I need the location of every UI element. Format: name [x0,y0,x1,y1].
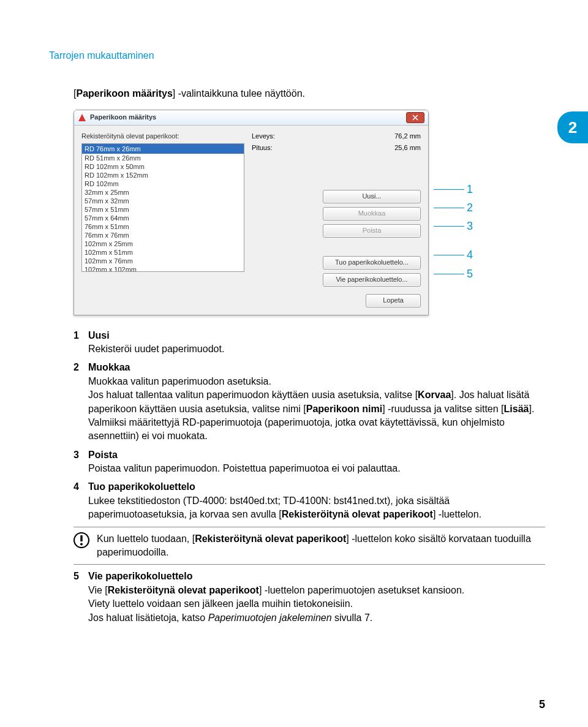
export-button[interactable]: Vie paperikokoluettelo... [323,273,421,287]
svg-rect-2 [80,535,82,541]
definition-2: 2Muokkaa Muokkaa valitun paperimuodon as… [74,361,545,443]
list-item[interactable]: 102mm x 51mm [82,248,244,257]
length-label: Pituus: [252,143,273,153]
dialog-titlebar: Paperikoon määritys [74,110,428,126]
list-item[interactable]: RD 102mm x 50mm [82,162,244,171]
callout-4: 4 [434,247,473,263]
warning-icon [74,532,89,548]
edit-button[interactable]: Muokkaa [323,207,421,220]
callout-2: 2 [434,200,473,216]
chapter-tab: 2 [557,111,588,143]
list-item[interactable]: 76mm x 51mm [82,222,244,231]
warning-note: Kun luettelo tuodaan, [Rekisteröitynä ol… [74,527,545,565]
list-item[interactable]: 76mm x 76mm [82,231,244,239]
list-item[interactable]: 102mm x 76mm [82,257,244,265]
list-item[interactable]: RD 102mm [82,179,244,188]
definition-3: 3Poista Poistaa valitun paperimuodon. Po… [74,448,545,476]
list-item[interactable]: RD 51mm x 26mm [82,154,244,162]
list-item[interactable]: 102mm x 25mm [82,239,244,248]
close-icon[interactable] [406,112,424,123]
width-value: 76,2 mm [394,132,421,141]
definition-4: 4Tuo paperikokoluettelo Lukee tekstitied… [74,480,545,521]
new-button[interactable]: Uusi... [323,190,421,203]
close-button[interactable]: Lopeta [366,294,421,307]
list-item[interactable]: 32mm x 25mm [82,188,244,197]
intro-text: [Paperikoon määritys] -valintaikkuna tul… [74,87,545,100]
delete-button[interactable]: Poista [323,224,421,238]
width-label: Leveys: [252,132,275,141]
list-label: Rekisteröitynä olevat paperikoot: [81,132,244,141]
callout-1: 1 [434,182,473,197]
svg-point-3 [80,543,83,545]
definition-1: 1Uusi Rekisteröi uudet paperimuodot. [74,329,545,356]
list-item[interactable]: 57mm x 32mm [82,197,244,205]
callout-3: 3 [434,219,473,234]
app-icon [78,113,86,122]
import-button[interactable]: Tuo paperikokoluettelo... [323,256,421,269]
callout-5: 5 [434,266,473,282]
list-item[interactable]: RD 102mm x 152mm [82,171,244,179]
list-item[interactable]: 102mm x 102mm [82,265,244,272]
svg-marker-0 [78,114,86,121]
list-item[interactable]: RD 76mm x 26mm [82,144,244,154]
length-value: 25,6 mm [394,143,421,153]
dialog-title: Paperikoon määritys [90,113,406,122]
paper-list[interactable]: RD 76mm x 26mm RD 51mm x 26mm RD 102mm x… [81,143,244,272]
list-item[interactable]: 57mm x 51mm [82,205,244,214]
dialog-paperikoon: Paperikoon määritys Rekisteröitynä oleva… [74,110,429,315]
page-header: Tarrojen mukauttaminen [49,49,545,62]
list-item[interactable]: 57mm x 64mm [82,214,244,222]
definition-5: 5Vie paperikokoluettelo Vie [Rekisteröit… [74,570,545,625]
page-number: 5 [539,697,545,712]
